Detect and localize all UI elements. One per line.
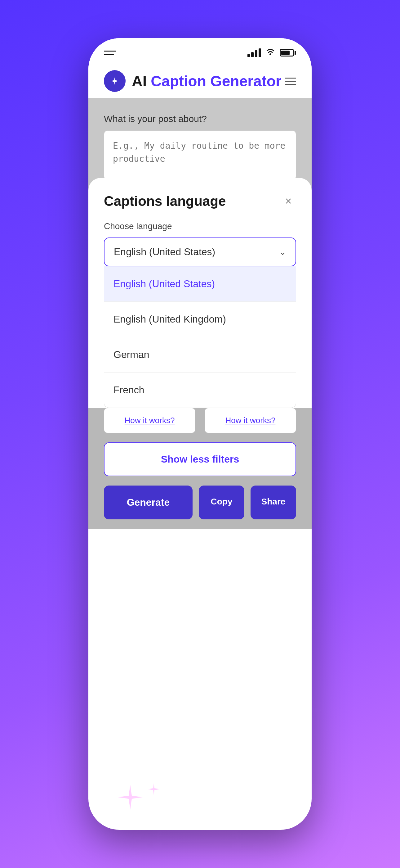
copy-button[interactable]: Copy [199,486,244,519]
modal-sheet: Captions language × Choose language Engl… [88,178,312,408]
post-label: What is your post about? [104,114,296,124]
language-select-box[interactable]: English (United States) ⌄ [104,238,296,266]
phone-frame: AI Caption Generator What is your post a… [88,38,312,830]
post-textarea[interactable] [104,130,296,180]
app-title: AI Caption Generator [132,73,281,90]
title-ai: AI [132,73,147,89]
sparkle-large-icon [116,783,144,811]
show-less-filters-button[interactable]: Show less filters [104,442,296,476]
how-it-works-link-1[interactable]: How it works? [104,408,195,433]
sparkle-small-icon [147,783,160,796]
modal-title: Captions language [104,193,226,209]
how-it-works-row: How it works? How it works? [104,408,296,433]
title-rest: Caption Generator [147,73,281,89]
wifi-icon [265,48,275,58]
hamburger-menu-icon [104,51,116,55]
sparkle-decoration [116,783,160,811]
status-right [247,48,296,58]
bottom-buttons-row: Generate Copy Share [104,486,296,519]
dropdown-item-french[interactable]: French [104,373,296,408]
header-left: AI Caption Generator [104,70,281,92]
battery-icon [280,49,296,57]
app-logo [104,70,126,92]
language-dropdown-list: English (United States) English (United … [104,266,296,408]
app-header: AI Caption Generator [88,64,312,98]
how-it-works-link-2[interactable]: How it works? [205,408,296,433]
dropdown-item-german[interactable]: German [104,337,296,373]
status-bar [88,38,312,64]
generate-button[interactable]: Generate [104,486,193,519]
modal-header: Captions language × [104,193,296,209]
choose-language-label: Choose language [104,221,296,231]
chevron-down-icon: ⌄ [279,247,286,257]
selected-language-value: English (United States) [114,246,215,258]
dropdown-item-english-uk[interactable]: English (United Kingdom) [104,302,296,337]
share-button[interactable]: Share [251,486,296,519]
signal-icon [247,49,261,57]
modal-close-button[interactable]: × [280,193,296,209]
svg-point-0 [269,53,271,55]
status-left [104,51,116,55]
header-menu-icon[interactable] [285,78,296,85]
dropdown-item-english-us[interactable]: English (United States) [104,266,296,302]
close-icon: × [285,195,292,208]
